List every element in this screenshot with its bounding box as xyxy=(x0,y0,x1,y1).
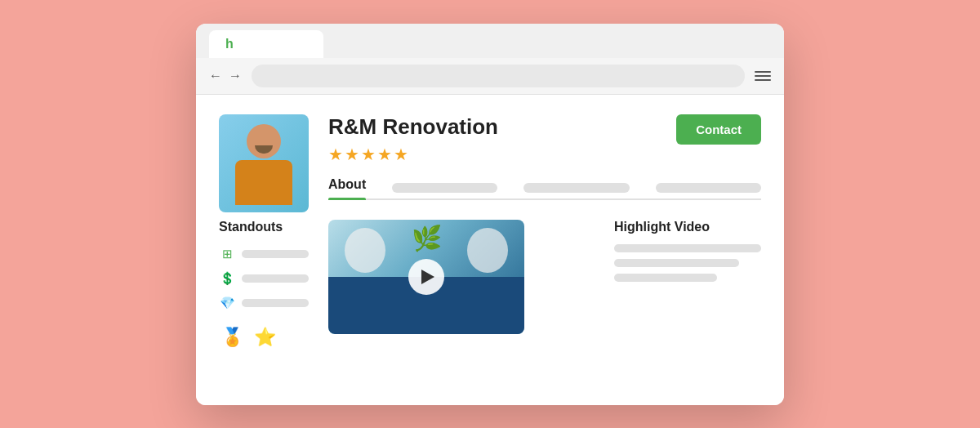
badge-icon: 🏅 xyxy=(219,324,245,350)
standout-item-2: 💲 xyxy=(219,270,309,287)
plant-icon: 🌿 xyxy=(412,224,442,252)
standout-bar-1 xyxy=(242,250,309,258)
standout-bar-3 xyxy=(242,299,309,307)
highlight-text-2 xyxy=(614,259,739,267)
nav-bar: ← → xyxy=(196,58,784,95)
business-name-block: R&M Renovation ★ ★ ★ ★ ★ xyxy=(328,114,498,177)
content-area: Standouts ⊞ 💲 💎 xyxy=(219,220,761,350)
contact-button[interactable]: Contact xyxy=(676,114,761,145)
avatar-body xyxy=(235,160,292,205)
video-thumbnail[interactable]: 🌿 xyxy=(328,220,524,334)
play-button[interactable] xyxy=(408,259,444,295)
profile-header-row: R&M Renovation ★ ★ ★ ★ ★ Contact xyxy=(328,114,761,177)
browser-tab[interactable]: h xyxy=(209,30,323,58)
play-triangle-icon xyxy=(421,270,434,284)
mirror-left xyxy=(345,228,385,273)
tab-placeholder-1 xyxy=(392,183,497,193)
browser-window: h ← → xyxy=(196,24,784,405)
standout-item-3: 💎 xyxy=(219,295,309,311)
address-bar[interactable] xyxy=(252,65,745,87)
standouts-title: Standouts xyxy=(219,220,309,234)
tab-placeholder-2 xyxy=(523,183,629,193)
dollar-icon: 💲 xyxy=(219,270,235,287)
tab-bar: h xyxy=(196,24,784,58)
tabs-row: About xyxy=(328,177,761,200)
gem-icon: 💎 xyxy=(219,295,235,311)
forward-button[interactable]: → xyxy=(229,69,242,82)
highlight-text-1 xyxy=(614,244,761,252)
avatar xyxy=(219,114,309,212)
profile-info: R&M Renovation ★ ★ ★ ★ ★ Contact About xyxy=(328,114,761,216)
star-5: ★ xyxy=(394,145,408,164)
right-column: Highlight Video xyxy=(614,220,761,350)
middle-column: 🌿 xyxy=(328,220,595,350)
tab-favicon: h xyxy=(225,37,234,51)
avatar-beard xyxy=(255,145,273,154)
hamburger-line-1 xyxy=(755,71,771,73)
nav-arrows: ← → xyxy=(209,69,242,82)
tab-about[interactable]: About xyxy=(328,177,366,198)
business-name: R&M Renovation xyxy=(328,114,498,140)
star-1: ★ xyxy=(328,145,343,164)
left-column: Standouts ⊞ 💲 💎 xyxy=(219,220,309,350)
standout-item-1: ⊞ xyxy=(219,246,309,262)
avatar-head xyxy=(247,124,281,158)
star-badge-icon: ⭐ xyxy=(252,324,278,350)
star-4: ★ xyxy=(377,145,392,164)
star-3: ★ xyxy=(361,145,376,164)
star-rating: ★ ★ ★ ★ ★ xyxy=(328,145,498,164)
profile-section: R&M Renovation ★ ★ ★ ★ ★ Contact About xyxy=(219,114,761,216)
hamburger-line-3 xyxy=(755,79,771,81)
back-button[interactable]: ← xyxy=(209,69,222,82)
standout-bar-2 xyxy=(242,274,309,283)
tab-placeholder-3 xyxy=(656,183,761,193)
hamburger-menu[interactable] xyxy=(755,71,771,81)
highlight-video-title: Highlight Video xyxy=(614,220,761,234)
page-content: R&M Renovation ★ ★ ★ ★ ★ Contact About xyxy=(196,95,784,405)
browser-chrome: h ← → xyxy=(196,24,784,95)
highlight-text-3 xyxy=(614,274,717,282)
star-2: ★ xyxy=(345,145,359,164)
grid-icon: ⊞ xyxy=(219,246,235,262)
bottom-icons: 🏅 ⭐ xyxy=(219,324,309,350)
hamburger-line-2 xyxy=(755,75,771,77)
mirror-right xyxy=(467,228,508,273)
